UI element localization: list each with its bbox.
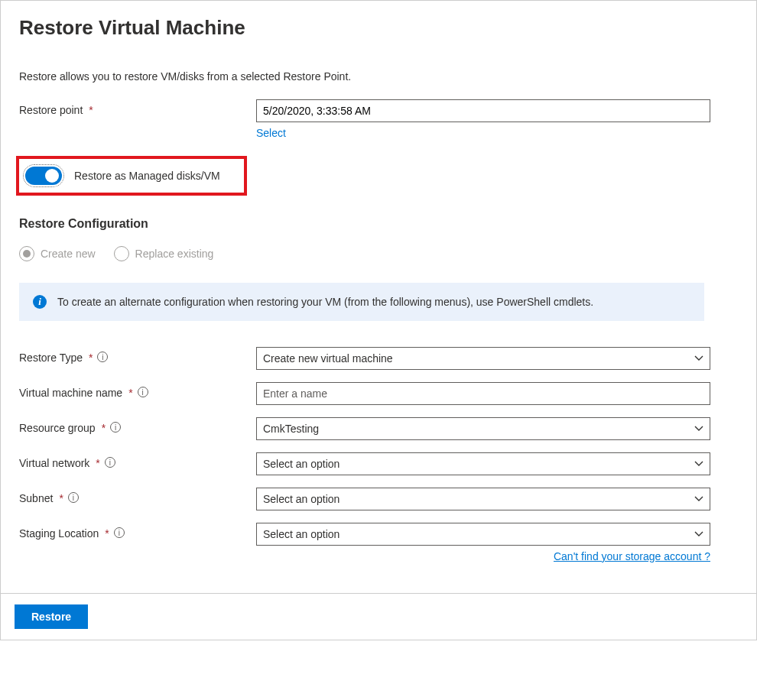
staging-location-value: Select an option — [263, 528, 340, 540]
help-icon[interactable]: i — [68, 492, 79, 503]
restore-point-select-link[interactable]: Select — [256, 127, 286, 139]
info-icon: i — [33, 295, 47, 309]
chevron-down-icon — [694, 459, 703, 468]
managed-disks-callout: Restore as Managed disks/VM — [16, 156, 247, 196]
staging-location-dropdown[interactable]: Select an option — [256, 523, 710, 546]
radio-create-new-indicator — [19, 246, 34, 261]
managed-disks-toggle[interactable] — [25, 167, 62, 185]
subnet-value: Select an option — [263, 493, 340, 505]
help-icon[interactable]: i — [97, 352, 108, 362]
subnet-row: Subnet* i Select an option — [19, 488, 738, 510]
restore-point-row: Restore point* Select — [19, 99, 738, 139]
panel-footer: Restore — [1, 593, 756, 640]
restore-type-value: Create new virtual machine — [263, 352, 393, 365]
restore-point-input-col: Select — [256, 99, 738, 139]
staging-location-row: Staging Location* i Select an option Can… — [19, 523, 738, 562]
panel-body: Restore Virtual Machine Restore allows y… — [1, 1, 756, 593]
help-icon[interactable]: i — [105, 457, 115, 468]
chevron-down-icon — [694, 354, 703, 363]
virtual-network-dropdown[interactable]: Select an option — [256, 452, 710, 475]
required-asterisk: * — [89, 104, 93, 116]
info-banner: i To create an alternate configuration w… — [19, 283, 704, 321]
restore-point-label: Restore point* — [19, 99, 256, 116]
radio-replace-existing-label: Replace existing — [135, 248, 214, 260]
info-banner-text: To create an alternate configuration whe… — [57, 296, 593, 308]
radio-create-new-label: Create new — [41, 248, 96, 260]
radio-create-new[interactable]: Create new — [19, 246, 96, 261]
vm-name-input[interactable] — [256, 382, 710, 405]
restore-type-row: Restore Type* i Create new virtual machi… — [19, 347, 738, 370]
help-icon[interactable]: i — [138, 387, 148, 397]
resource-group-row: Resource group* i CmkTesting — [19, 417, 738, 440]
chevron-down-icon — [694, 530, 703, 539]
storage-link-row: Can't find your storage account ? — [256, 550, 710, 562]
chevron-down-icon — [694, 494, 703, 504]
help-icon[interactable]: i — [110, 422, 121, 433]
restore-config-radio-group: Create new Replace existing — [19, 246, 738, 261]
chevron-down-icon — [694, 424, 703, 433]
managed-disks-toggle-label: Restore as Managed disks/VM — [74, 170, 220, 182]
resource-group-dropdown[interactable]: CmkTesting — [256, 417, 710, 440]
vm-name-row: Virtual machine name* i — [19, 382, 738, 405]
help-icon[interactable]: i — [114, 527, 125, 538]
restore-type-dropdown[interactable]: Create new virtual machine — [256, 347, 710, 370]
virtual-network-label: Virtual network* i — [19, 452, 256, 469]
virtual-network-row: Virtual network* i Select an option — [19, 452, 738, 475]
storage-account-help-link[interactable]: Can't find your storage account ? — [554, 550, 710, 562]
vm-name-label: Virtual machine name* i — [19, 382, 256, 399]
staging-location-label: Staging Location* i — [19, 523, 256, 540]
restore-point-input[interactable] — [256, 99, 710, 122]
restore-type-label: Restore Type* i — [19, 347, 256, 364]
subnet-label: Subnet* i — [19, 488, 256, 504]
page-title: Restore Virtual Machine — [19, 16, 738, 40]
radio-replace-existing[interactable]: Replace existing — [114, 246, 214, 261]
resource-group-value: CmkTesting — [263, 423, 319, 435]
virtual-network-value: Select an option — [263, 458, 340, 470]
restore-vm-panel: Restore Virtual Machine Restore allows y… — [0, 0, 757, 640]
page-description: Restore allows you to restore VM/disks f… — [19, 70, 738, 83]
subnet-dropdown[interactable]: Select an option — [256, 488, 710, 510]
resource-group-label: Resource group* i — [19, 417, 256, 434]
restore-button[interactable]: Restore — [15, 604, 88, 629]
radio-replace-existing-indicator — [114, 246, 129, 261]
restore-config-header: Restore Configuration — [19, 217, 738, 231]
